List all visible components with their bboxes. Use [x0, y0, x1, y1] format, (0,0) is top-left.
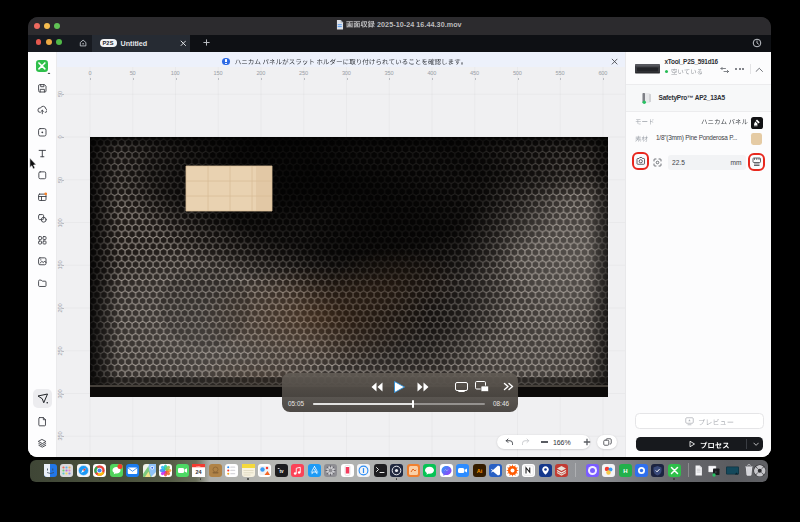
svg-text:Ai: Ai [476, 468, 482, 474]
svg-text:tv: tv [279, 468, 283, 473]
svg-text:FRI: FRI [196, 464, 200, 467]
svg-text:H: H [623, 468, 627, 474]
svg-text:24: 24 [195, 469, 202, 475]
